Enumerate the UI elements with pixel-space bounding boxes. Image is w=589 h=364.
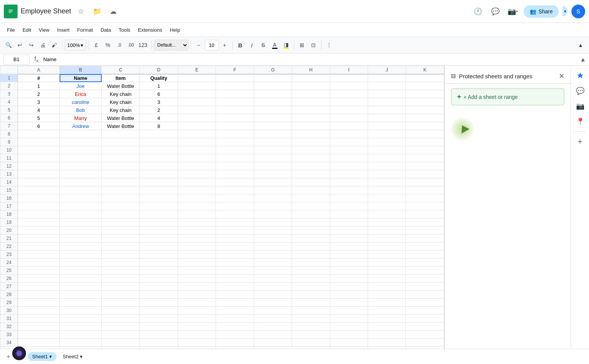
cell-B22[interactable] (60, 243, 102, 251)
cell-J5[interactable] (368, 106, 406, 114)
cell-B23[interactable] (60, 251, 102, 259)
cell-F4[interactable] (216, 98, 254, 106)
row-num-27[interactable]: 27 (0, 283, 18, 291)
cell-J23[interactable] (368, 251, 406, 259)
cell-F16[interactable] (216, 194, 254, 202)
row-num-26[interactable]: 26 (0, 275, 18, 283)
cell-G25[interactable] (254, 267, 292, 275)
cell-H14[interactable] (292, 178, 330, 186)
cell-D9[interactable] (140, 138, 178, 146)
cell-A32[interactable] (18, 323, 60, 331)
row-num-18[interactable]: 18 (0, 210, 18, 218)
cell-B5[interactable]: Bob (60, 106, 102, 114)
cell-E26[interactable] (178, 275, 216, 283)
cell-J15[interactable] (368, 186, 406, 194)
cell-I23[interactable] (330, 251, 368, 259)
cell-J30[interactable] (368, 307, 406, 315)
cell-H15[interactable] (292, 186, 330, 194)
cell-D8[interactable] (140, 130, 178, 138)
cell-K2[interactable] (406, 82, 444, 90)
cell-C7[interactable]: Water Bottle (102, 122, 140, 130)
row-num-10[interactable]: 10 (0, 146, 18, 154)
cell-C9[interactable] (102, 138, 140, 146)
cell-H4[interactable] (292, 98, 330, 106)
cell-A13[interactable] (18, 170, 60, 178)
toolbar-collapse-button[interactable]: ▲ (575, 39, 586, 51)
cell-D11[interactable] (140, 154, 178, 162)
cell-H27[interactable] (292, 283, 330, 291)
cell-I1[interactable] (330, 74, 368, 82)
cell-E10[interactable] (178, 146, 216, 154)
cell-F23[interactable] (216, 251, 254, 259)
cell-J20[interactable] (368, 226, 406, 235)
col-header-G[interactable]: G (254, 66, 292, 74)
cell-C2[interactable]: Water Bottle (102, 82, 140, 90)
cell-B14[interactable] (60, 178, 102, 186)
cell-A17[interactable] (18, 202, 60, 210)
cell-B20[interactable] (60, 226, 102, 235)
cell-H19[interactable] (292, 218, 330, 226)
cell-B19[interactable] (60, 218, 102, 226)
cell-G4[interactable] (254, 98, 292, 106)
cell-A8[interactable] (18, 130, 60, 138)
cell-D5[interactable]: 2 (140, 106, 178, 114)
cell-B17[interactable] (60, 202, 102, 210)
menu-view[interactable]: View (35, 26, 53, 34)
cell-C30[interactable] (102, 307, 140, 315)
cell-A28[interactable] (18, 291, 60, 299)
cell-I2[interactable] (330, 82, 368, 90)
cell-D21[interactable] (140, 235, 178, 243)
cell-D33[interactable] (140, 331, 178, 339)
cell-J32[interactable] (368, 323, 406, 331)
cell-J11[interactable] (368, 154, 406, 162)
share-caret[interactable]: ▾ (563, 6, 568, 16)
cell-D25[interactable] (140, 267, 178, 275)
cell-A23[interactable] (18, 251, 60, 259)
cell-K33[interactable] (406, 331, 444, 339)
cell-F21[interactable] (216, 235, 254, 243)
percent-button[interactable]: % (102, 39, 113, 51)
cell-D27[interactable] (140, 283, 178, 291)
cell-B27[interactable] (60, 283, 102, 291)
cell-I34[interactable] (330, 339, 368, 347)
cell-J22[interactable] (368, 243, 406, 251)
cell-F32[interactable] (216, 323, 254, 331)
row-num-14[interactable]: 14 (0, 178, 18, 186)
row-num-3[interactable]: 3 (0, 90, 18, 98)
cell-I22[interactable] (330, 243, 368, 251)
cell-F12[interactable] (216, 162, 254, 170)
cell-K15[interactable] (406, 186, 444, 194)
cloud-icon[interactable]: ☁ (106, 5, 120, 18)
cell-H30[interactable] (292, 307, 330, 315)
cell-I13[interactable] (330, 170, 368, 178)
menu-tools[interactable]: Tools (115, 26, 134, 34)
cell-D22[interactable] (140, 243, 178, 251)
cell-I19[interactable] (330, 218, 368, 226)
star-icon[interactable]: ☆ (74, 5, 88, 18)
cell-B1[interactable]: Name (60, 74, 102, 82)
cell-A31[interactable] (18, 315, 60, 323)
cell-C14[interactable] (102, 178, 140, 186)
cell-K23[interactable] (406, 251, 444, 259)
cell-B16[interactable] (60, 194, 102, 202)
gemini-sidebar-button[interactable] (573, 69, 587, 83)
cell-B25[interactable] (60, 267, 102, 275)
cell-B24[interactable] (60, 259, 102, 267)
row-num-4[interactable]: 4 (0, 98, 18, 106)
borders-button[interactable]: ⊞ (297, 39, 307, 51)
cell-C24[interactable] (102, 259, 140, 267)
cell-D26[interactable] (140, 275, 178, 283)
row-num-2[interactable]: 2 (0, 82, 18, 90)
merge-cells-button[interactable]: ⊡ (308, 39, 319, 51)
cell-I21[interactable] (330, 235, 368, 243)
cell-D12[interactable] (140, 162, 178, 170)
cell-E27[interactable] (178, 283, 216, 291)
cell-J24[interactable] (368, 259, 406, 267)
cell-D34[interactable] (140, 339, 178, 347)
cell-A16[interactable] (18, 194, 60, 202)
meet-sidebar-button[interactable]: 📷 (573, 99, 587, 113)
cell-K34[interactable] (406, 339, 444, 347)
cell-C12[interactable] (102, 162, 140, 170)
cell-C23[interactable] (102, 251, 140, 259)
cell-H2[interactable] (292, 82, 330, 90)
